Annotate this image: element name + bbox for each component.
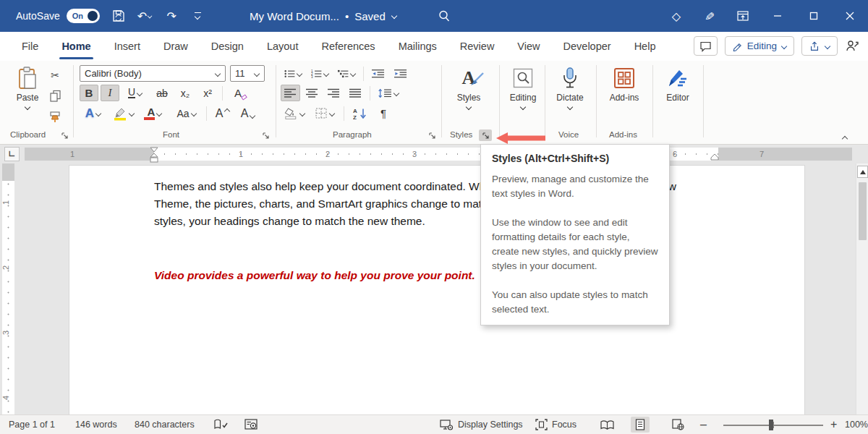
people-icon <box>845 39 859 53</box>
search-button[interactable] <box>434 6 454 26</box>
tab-file[interactable]: File <box>10 32 50 61</box>
paste-button[interactable]: Paste <box>10 65 45 110</box>
share-button[interactable] <box>801 36 838 56</box>
clipboard-dialog-launcher[interactable] <box>58 129 71 141</box>
maximize-button[interactable] <box>796 0 832 32</box>
editing-button[interactable]: Editing <box>503 65 542 110</box>
zoom-percentage[interactable]: 100% <box>842 415 868 434</box>
autosave-toggle[interactable]: On <box>67 9 100 23</box>
tab-draw[interactable]: Draw <box>152 32 200 61</box>
tab-help[interactable]: Help <box>623 32 668 61</box>
tab-stop-selector[interactable]: ∟ <box>4 147 20 161</box>
numbering-button[interactable]: 1 2 3 <box>307 65 332 82</box>
horizontal-ruler[interactable]: 1 1 2 3 4 5 6 7 <box>25 148 852 161</box>
tab-insert[interactable]: Insert <box>103 32 152 61</box>
editing-mode-button[interactable]: Editing <box>725 36 794 56</box>
font-name-select[interactable]: Calibri (Body) <box>80 65 226 82</box>
scrollbar-thumb[interactable] <box>859 182 867 240</box>
increase-indent-button[interactable] <box>391 65 411 82</box>
customize-quick-access-button[interactable] <box>190 6 205 26</box>
read-mode-button[interactable] <box>597 417 616 433</box>
shrink-font-button[interactable]: A <box>237 105 260 122</box>
subscript-button[interactable]: x₂ <box>175 85 195 101</box>
copy-button[interactable] <box>45 88 65 104</box>
vertical-ruler[interactable]: 1 2 3 4 <box>2 163 14 414</box>
grow-font-button[interactable]: A <box>211 105 234 122</box>
zoom-in-button[interactable]: + <box>827 415 840 434</box>
bullets-button[interactable] <box>281 65 305 82</box>
align-left-button[interactable] <box>281 85 300 101</box>
premium-features-button[interactable]: ◇ <box>660 0 693 32</box>
align-right-button[interactable] <box>324 85 344 101</box>
format-painter-button[interactable] <box>45 109 65 125</box>
multilevel-list-button[interactable] <box>334 65 359 82</box>
display-settings-button[interactable]: Display Settings <box>437 415 526 434</box>
tab-review[interactable]: Review <box>448 32 506 61</box>
tab-home[interactable]: Home <box>50 32 102 61</box>
vertical-scrollbar[interactable] <box>856 163 868 414</box>
show-hide-pilcrow-button[interactable]: ¶ <box>374 105 393 122</box>
align-center-button[interactable] <box>302 85 322 101</box>
tab-design[interactable]: Design <box>200 32 255 61</box>
presence-button[interactable] <box>845 39 859 53</box>
cut-button[interactable]: ✂ <box>45 67 65 83</box>
borders-button[interactable] <box>310 105 339 122</box>
proofing-status-button[interactable] <box>211 415 231 434</box>
underline-button[interactable]: U <box>122 85 149 101</box>
character-count[interactable]: 840 characters <box>132 415 197 434</box>
styles-dialog-launcher[interactable] <box>479 129 492 141</box>
addins-button[interactable]: Add-ins <box>602 65 647 103</box>
strikethrough-button[interactable]: ab <box>151 85 173 101</box>
document-title-control[interactable]: My Word Docum... • Saved <box>250 0 397 32</box>
zoom-slider-handle[interactable] <box>769 420 773 430</box>
shading-button[interactable] <box>281 105 308 122</box>
tab-references[interactable]: References <box>310 32 386 61</box>
minimize-button[interactable] <box>760 0 796 32</box>
right-indent-marker[interactable] <box>710 154 719 161</box>
tab-layout[interactable]: Layout <box>255 32 310 61</box>
tab-developer[interactable]: Developer <box>552 32 623 61</box>
sort-button[interactable]: A Z <box>349 105 372 122</box>
document-page[interactable]: Themes and styles also help keep your do… <box>69 165 805 414</box>
undo-button[interactable]: ↶ <box>137 6 153 26</box>
print-layout-button[interactable] <box>631 417 650 433</box>
coming-soon-button[interactable]: ✎ <box>693 0 726 32</box>
macro-record-button[interactable] <box>242 415 261 434</box>
editor-button[interactable]: Editor <box>657 65 699 103</box>
tab-mailings[interactable]: Mailings <box>387 32 448 61</box>
tab-view[interactable]: View <box>506 32 551 61</box>
scroll-up-button[interactable] <box>857 166 868 178</box>
ruler-number: 2 <box>326 150 330 158</box>
comments-button[interactable] <box>694 36 718 56</box>
clear-formatting-button[interactable]: A <box>227 85 249 101</box>
zoom-out-button[interactable]: – <box>697 415 710 434</box>
close-button[interactable] <box>832 0 868 32</box>
superscript-button[interactable]: x² <box>197 85 218 101</box>
highlight-button[interactable] <box>109 105 138 122</box>
page-indicator[interactable]: Page 1 of 1 <box>6 415 58 434</box>
bold-button[interactable]: B <box>80 85 98 101</box>
font-dialog-launcher[interactable] <box>259 129 272 141</box>
italic-button[interactable]: I <box>101 85 119 101</box>
collapse-ribbon-button[interactable] <box>842 130 848 143</box>
styles-button[interactable]: A Styles <box>447 65 490 110</box>
save-button[interactable] <box>111 6 126 26</box>
redo-button[interactable]: ↷ <box>164 6 179 26</box>
line-spacing-button[interactable] <box>375 85 402 101</box>
title-bar: AutoSave On ↶ ↷ <box>0 0 868 32</box>
indent-markers[interactable] <box>149 146 159 163</box>
justify-button[interactable] <box>346 85 365 101</box>
editor-button-label: Editor <box>666 93 689 103</box>
change-case-button[interactable]: Aa <box>171 105 202 122</box>
ribbon-display-options-button[interactable] <box>726 0 760 32</box>
decrease-indent-button[interactable] <box>368 65 388 82</box>
pen-sparkle-icon: ✎ <box>702 10 717 21</box>
dictate-button[interactable]: Dictate <box>550 65 590 110</box>
font-size-select[interactable]: 11 <box>230 65 265 82</box>
web-layout-button[interactable] <box>668 417 687 433</box>
font-color-button[interactable]: A <box>140 105 169 122</box>
text-effects-button[interactable]: A <box>80 105 107 122</box>
word-count[interactable]: 146 words <box>72 415 120 434</box>
focus-button[interactable]: Focus <box>532 415 579 434</box>
paragraph-dialog-launcher[interactable] <box>425 129 438 141</box>
